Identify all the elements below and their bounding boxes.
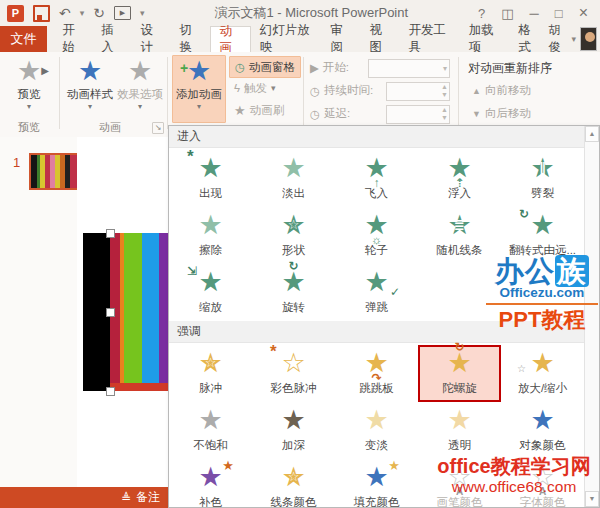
- animation-painter-button: ★ 动画刷: [229, 100, 289, 120]
- notes-toggle[interactable]: ≜ 备注: [121, 487, 160, 508]
- effect-color-pulse[interactable]: ☆*彩色脉冲: [252, 345, 335, 402]
- effect-fly-in[interactable]: ★↑飞入: [335, 150, 418, 207]
- effect-transparency[interactable]: ★透明: [418, 402, 501, 459]
- effect-wipe[interactable]: ★擦除: [169, 207, 252, 264]
- animation-painter-icon: ★: [234, 103, 246, 118]
- quick-access-toolbar: P ↶ ▾ ↻ ▶ ▾: [0, 5, 145, 22]
- animation-styles-button[interactable]: ★ 动画样式 ▾: [64, 56, 116, 111]
- delay-spinner[interactable]: ▲▼: [386, 105, 450, 124]
- effect-line-color[interactable]: ★☆线条颜色: [252, 459, 335, 507]
- effect-grow-shrink[interactable]: ★☆放大/缩小: [501, 345, 584, 402]
- effect-teeter[interactable]: ★↷跳跳板: [335, 345, 418, 402]
- delay-clock-icon: ◷: [310, 107, 320, 121]
- preview-button[interactable]: ★▶ 预览 ▾: [3, 56, 55, 111]
- line-color-icon: ★☆: [252, 459, 335, 495]
- tab-design[interactable]: 设计: [131, 26, 170, 52]
- reorder-title: 对动画重新排序: [468, 60, 552, 77]
- minimize-icon[interactable]: ─: [530, 6, 539, 21]
- effect-object-color[interactable]: ★对象颜色: [501, 402, 584, 459]
- slide-media-image[interactable]: [83, 233, 168, 391]
- tab-insert[interactable]: 插入: [92, 26, 131, 52]
- preview-star-icon: ★▶: [3, 56, 55, 86]
- selection-handle-middle[interactable]: [106, 308, 115, 317]
- tab-slideshow[interactable]: 幻灯片放映: [251, 26, 322, 52]
- grow-turn-icon: ★↻: [501, 207, 584, 243]
- slideshow-icon[interactable]: ▶: [114, 6, 131, 20]
- tab-format[interactable]: 格式: [509, 26, 548, 52]
- effect-appear[interactable]: ★*出现: [169, 150, 252, 207]
- redo-icon[interactable]: ↻: [93, 6, 105, 20]
- start-row: ▶ 开始:: [310, 58, 349, 77]
- effect-float-in[interactable]: ★⇡浮入: [418, 150, 501, 207]
- effect-fill-color[interactable]: ★★填充颜色: [335, 459, 418, 507]
- effect-pulse[interactable]: ★☆脉冲: [169, 345, 252, 402]
- selection-handle-bottom[interactable]: [106, 387, 115, 396]
- media-banner: [110, 383, 168, 391]
- help-icon[interactable]: ?: [478, 6, 485, 21]
- tab-transitions[interactable]: 切换: [171, 26, 210, 52]
- effect-spin-emphasis[interactable]: ★↻陀螺旋: [418, 345, 501, 402]
- effect-options-star-icon: ★: [114, 56, 166, 86]
- animation-pane-icon: ◷: [235, 60, 245, 74]
- scroll-up-icon[interactable]: ▲: [585, 126, 599, 142]
- move-earlier-icon: ▲: [472, 86, 481, 96]
- tab-home[interactable]: 开始: [53, 26, 92, 52]
- fade-icon: ★: [252, 150, 335, 186]
- add-animation-button[interactable]: ★+ 添加动画 ▾: [172, 55, 226, 123]
- ribbon-display-options-icon[interactable]: ◫: [501, 6, 513, 21]
- powerpoint-logo-icon: P: [7, 5, 24, 22]
- group-label-animation: 动画: [60, 120, 160, 135]
- transparency-icon: ★: [418, 402, 501, 438]
- start-select[interactable]: ▾: [368, 59, 450, 78]
- notes-icon: ≜: [121, 491, 131, 505]
- effect-lighten[interactable]: ★变淡: [335, 402, 418, 459]
- maximize-icon[interactable]: □: [555, 6, 563, 21]
- move-later-icon: ▼: [472, 109, 481, 119]
- effect-split[interactable]: ★∥劈裂: [501, 150, 584, 207]
- effect-options-button: ★ 效果选项 ▾: [114, 56, 166, 111]
- animation-pane-button[interactable]: ◷ 动画窗格: [229, 56, 301, 78]
- wipe-icon: ★: [169, 207, 252, 243]
- tab-review[interactable]: 审阅: [321, 26, 360, 52]
- animation-dialog-launcher-icon[interactable]: ↘: [152, 122, 164, 134]
- spin-icon: ★↻: [252, 264, 335, 300]
- duration-spinner[interactable]: ▲▼: [386, 82, 450, 101]
- effect-zoom[interactable]: ★⇲缩放: [169, 264, 252, 321]
- duration-clock-icon: ◷: [310, 84, 320, 98]
- effect-shape[interactable]: ★☆形状: [252, 207, 335, 264]
- effect-fade[interactable]: ★淡出: [252, 150, 335, 207]
- appear-icon: ★*: [169, 150, 252, 186]
- effect-complementary-color[interactable]: ★★补色: [169, 459, 252, 507]
- darken-icon: ★: [252, 402, 335, 438]
- user-account[interactable]: 胡俊 ▾: [549, 26, 600, 52]
- user-name: 胡俊: [549, 22, 568, 56]
- start-play-icon: ▶: [310, 61, 319, 75]
- ribbon-tab-row: 文件 开始 插入 设计 切换 动画 幻灯片放映 审阅 视图 开发工具 加载项 格…: [0, 26, 600, 52]
- undo-icon[interactable]: ↶: [59, 6, 71, 20]
- effect-darken[interactable]: ★加深: [252, 402, 335, 459]
- effect-wheel[interactable]: ★☼轮子: [335, 207, 418, 264]
- shape-icon: ★☆: [252, 207, 335, 243]
- tab-file[interactable]: 文件: [0, 26, 47, 52]
- move-earlier-button: ▲ 向前移动: [472, 81, 531, 100]
- effect-bounce[interactable]: ★✓弹跳: [335, 264, 418, 321]
- effect-desaturate[interactable]: ★不饱和: [169, 402, 252, 459]
- group-label-preview: 预览: [0, 120, 58, 135]
- watermark-office68: office教程学习网 www.office68.com: [428, 455, 600, 496]
- effect-spin[interactable]: ★↻旋转: [252, 264, 335, 321]
- tab-developer[interactable]: 开发工具: [400, 26, 460, 52]
- tab-view[interactable]: 视图: [361, 26, 400, 52]
- close-icon[interactable]: ×: [579, 4, 588, 22]
- save-icon[interactable]: [33, 5, 50, 22]
- slide-thumbnail[interactable]: [29, 153, 79, 190]
- add-animation-star-icon: ★+: [173, 56, 225, 86]
- float-in-icon: ★⇡: [418, 150, 501, 186]
- window-title: 演示文稿1 - Microsoft PowerPoint: [145, 4, 479, 22]
- undo-dropdown-icon[interactable]: ▾: [80, 8, 85, 18]
- selection-handle-top[interactable]: [106, 229, 115, 238]
- section-header-entrance: 进入: [169, 126, 585, 148]
- trigger-button: ϟ 触发 ▾: [229, 78, 281, 98]
- tab-animations[interactable]: 动画: [210, 26, 251, 52]
- tab-addins[interactable]: 加载项: [460, 26, 510, 52]
- delay-row: ◷ 延迟:: [310, 104, 350, 123]
